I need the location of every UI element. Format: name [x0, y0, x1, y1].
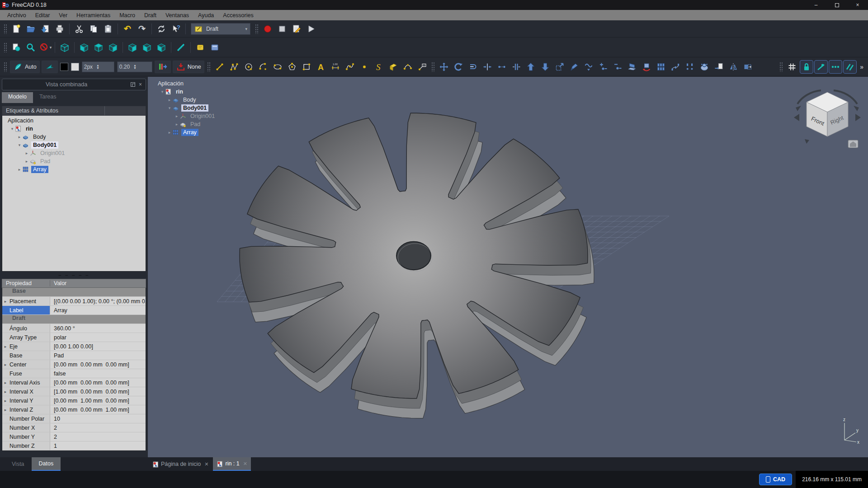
toolbar-button-scale[interactable]	[553, 60, 566, 74]
toolbar-button-measure-distance[interactable]	[174, 41, 188, 54]
spinner-arrows-icon[interactable]: ▲▼	[133, 64, 137, 70]
tree-expander-icon[interactable]: ▾	[9, 127, 15, 131]
toolbar-overflow-chevron[interactable]: »	[860, 63, 863, 70]
toolbar-button-view-bottom[interactable]	[140, 41, 154, 54]
property-row-placement[interactable]: ▸Placement[(0.00 0.00 1.00); 0.00 °; (0.…	[2, 297, 146, 306]
toolbar-button-remove-point[interactable]	[611, 60, 624, 74]
toolbar-button-point-array[interactable]	[683, 60, 697, 74]
toolbar-button-macro-play[interactable]	[304, 22, 318, 36]
toolbar-button-draft-dimension[interactable]: 1.00	[329, 60, 342, 74]
tree-expander-icon[interactable]: ▸	[17, 135, 22, 139]
toolbar-button-undo[interactable]: ↶	[121, 22, 134, 36]
menu-ayuda[interactable]: Ayuda	[193, 11, 218, 19]
toolbar-button-join[interactable]	[495, 60, 509, 74]
menu-accessories[interactable]: Accessories	[218, 11, 258, 19]
cube-faces[interactable]: Front Right	[807, 92, 848, 136]
property-row-number-polar[interactable]: Number Polar10	[2, 414, 146, 423]
toolbar-button-redo[interactable]: ↷	[135, 22, 149, 36]
toolbar-button-offset[interactable]	[466, 60, 480, 74]
pan-left-arrow[interactable]	[794, 114, 799, 121]
autogroup-none-button[interactable]: None	[173, 61, 204, 73]
toolbar-button-upgrade[interactable]	[524, 60, 538, 74]
workbench-selector[interactable]: Draft▾	[191, 23, 250, 35]
line-width-spinner[interactable]: 2px▲▼	[82, 61, 114, 72]
tree-item-rin[interactable]: ▾rin	[2, 125, 146, 133]
property-value[interactable]: [0.00 mm 0.00 mm 0.00 mm]	[50, 360, 146, 369]
toolbar-grip[interactable]	[4, 24, 7, 34]
tray-arrow-button[interactable]	[42, 61, 58, 73]
toolbar-button-draft-circle[interactable]	[242, 60, 255, 74]
navigation-cube[interactable]: Front Right	[791, 82, 863, 152]
property-row-label[interactable]: LabelArray	[2, 306, 146, 315]
toolbar-button-draft-point[interactable]	[358, 60, 371, 74]
property-expander-icon[interactable]: ▸	[2, 380, 9, 385]
tab-datos[interactable]: Datos	[32, 457, 61, 471]
property-row-eje[interactable]: ▸Eje[0.00 1.00 0.00]	[2, 342, 146, 351]
toolbar-button-draft-arc[interactable]	[256, 60, 270, 74]
toolbar-button-shape-2d-view[interactable]	[625, 60, 639, 74]
toolbar-button-downgrade[interactable]	[538, 60, 552, 74]
property-value[interactable]: Pad	[50, 351, 146, 360]
toolbar-button-cut[interactable]	[72, 22, 86, 36]
tree-item-rin[interactable]: ▾rin	[152, 88, 217, 96]
property-value[interactable]: 1	[50, 441, 146, 450]
toolbar-button-save[interactable]	[38, 22, 52, 36]
close-panel-icon[interactable]: ×	[139, 81, 142, 88]
toolbar-button-path-array[interactable]	[669, 60, 682, 74]
toolbar-button-split[interactable]	[509, 60, 523, 74]
tab-tareas[interactable]: Tareas	[33, 92, 63, 103]
property-value[interactable]: [1.00 mm 0.00 mm 0.00 mm]	[50, 387, 146, 396]
tab-modelo[interactable]: Modelo	[2, 92, 33, 103]
combo-view-titlebar[interactable]: Vista combinada ×	[2, 79, 146, 90]
tree-item-body[interactable]: ▸Body	[2, 133, 146, 141]
tree-item-array[interactable]: ▸Array	[152, 128, 217, 136]
tree-item-array[interactable]: ▸Array	[2, 165, 146, 174]
toolbar-button-draft-facebinder[interactable]	[387, 60, 400, 74]
toolbar-grip[interactable]	[431, 62, 435, 72]
toolbar-button-fit-all[interactable]	[9, 41, 23, 54]
property-value[interactable]: [0.00 mm 0.00 mm 0.00 mm]	[50, 378, 146, 387]
menu-editar[interactable]: Editar	[31, 11, 55, 19]
minimize-button[interactable]: –	[806, 0, 826, 10]
tree-column-header[interactable]: Etiquetas & Atributos	[2, 106, 146, 116]
menu-herramientas[interactable]: Herramientas	[72, 11, 115, 19]
toolbar-button-draft-wire[interactable]	[227, 60, 241, 74]
property-row-interval-y[interactable]: ▸Interval Y[0.00 mm 1.00 mm 0.00 mm]	[2, 396, 146, 405]
property-expander-icon[interactable]: ▸	[2, 299, 9, 304]
toolbar-grip[interactable]	[207, 62, 211, 72]
menu-macro[interactable]: Macro	[115, 11, 140, 19]
toolbar-button-edit[interactable]	[567, 60, 581, 74]
menu-archivo[interactable]: Archivo	[3, 11, 31, 19]
tree-expander-icon[interactable]: ▾	[160, 89, 165, 94]
toolbar-button-draft-polygon[interactable]	[285, 60, 299, 74]
face-color-swatch[interactable]	[71, 63, 79, 71]
toolbar-button-stretch[interactable]	[741, 60, 755, 74]
property-value[interactable]: [(0.00 0.00 1.00); 0.00 °; (0.00 mm 0...	[50, 297, 146, 305]
toolbar-grip[interactable]	[4, 42, 7, 52]
toolbar-button-view-front[interactable]	[77, 41, 91, 54]
cad-navigation-button[interactable]: CAD	[759, 474, 792, 485]
toolbar-button-drawing-view[interactable]	[712, 60, 726, 74]
tree-expander-icon[interactable]: ▸	[24, 151, 29, 155]
toolbar-button-move[interactable]	[437, 60, 451, 74]
property-value[interactable]: 10	[50, 414, 146, 423]
toolbar-button-array[interactable]	[654, 60, 668, 74]
toolbar-button-snap-midpoint[interactable]	[814, 60, 828, 74]
toolbar-button-draft-bezier[interactable]	[401, 60, 415, 74]
property-row-interval-x[interactable]: ▸Interval X[1.00 mm 0.00 mm 0.00 mm]	[2, 387, 146, 396]
property-row-array-type[interactable]: Array Typepolar	[2, 333, 146, 342]
toolbar-button-snap-dimensions[interactable]	[829, 60, 842, 74]
property-expander-icon[interactable]: ▸	[2, 344, 9, 349]
tab-vista[interactable]: Vista	[5, 457, 32, 471]
property-row-number-y[interactable]: Number Y2	[2, 432, 146, 441]
tree-expander-icon[interactable]: ▸	[167, 130, 172, 135]
toolbar-button-wire-to-bspline[interactable]	[582, 60, 595, 74]
pan-right-arrow[interactable]	[855, 114, 861, 121]
tree-expander-icon[interactable]: ▾	[167, 106, 172, 110]
property-row-interval-z[interactable]: ▸Interval Z[0.00 mm 0.00 mm 1.00 mm]	[2, 405, 146, 414]
toolbar-button-snap-grid[interactable]	[785, 60, 799, 74]
close-tab-icon[interactable]: ✕	[204, 461, 208, 467]
toolbar-button-paste[interactable]	[101, 22, 115, 36]
toolbar-button-draw-style[interactable]: ▾	[38, 41, 52, 54]
menu-draft[interactable]: Draft	[140, 11, 161, 19]
